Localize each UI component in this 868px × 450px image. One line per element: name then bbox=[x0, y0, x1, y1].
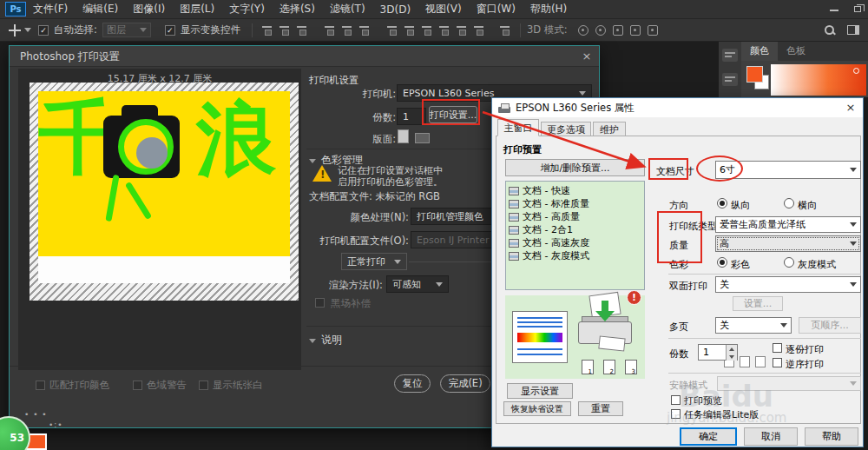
copies-stepper[interactable]: 1 bbox=[698, 344, 738, 361]
tab-color[interactable]: 颜色 bbox=[741, 42, 778, 61]
quality-dropdown[interactable]: 高 bbox=[715, 235, 861, 252]
distribute-bottom-edges-icon[interactable] bbox=[421, 24, 433, 36]
restore-defaults-button[interactable]: 恢复缺省设置 bbox=[503, 401, 571, 416]
search-icon[interactable] bbox=[824, 24, 835, 36]
3d-roll-icon[interactable] bbox=[595, 25, 606, 36]
preset-item[interactable]: 文档 - 标准质量 bbox=[509, 197, 644, 210]
menu-help[interactable]: 帮助(H) bbox=[530, 2, 567, 17]
preset-item[interactable]: 文档 - 高速灰度 bbox=[509, 236, 644, 249]
menu-type[interactable]: 文字(Y) bbox=[229, 2, 265, 17]
print-preview-checkbox[interactable] bbox=[671, 395, 681, 405]
distribute-horizontal-centers-icon[interactable] bbox=[456, 24, 468, 36]
align-right-edges-icon[interactable] bbox=[358, 24, 371, 36]
show-transform-checkbox[interactable]: ✓ bbox=[165, 25, 175, 36]
print-preview-panel: 15.17 厘米 x 12.7 厘米 千 浪 bbox=[18, 69, 301, 370]
add-remove-presets-button[interactable]: 增加/删除预置... bbox=[505, 159, 645, 176]
menu-view[interactable]: 视图(V) bbox=[425, 2, 462, 17]
page-icon: 2 bbox=[603, 360, 615, 374]
color-radio[interactable] bbox=[717, 257, 727, 268]
collate-checkbox[interactable] bbox=[773, 343, 782, 353]
ok-button[interactable]: 确定 bbox=[680, 427, 737, 446]
menu-3d[interactable]: 3D(D) bbox=[380, 3, 411, 16]
3d-scale-icon[interactable] bbox=[648, 25, 658, 36]
tab-main-window[interactable]: 主窗口 bbox=[497, 119, 539, 136]
restore-window-icon[interactable] bbox=[854, 5, 861, 14]
reset-button[interactable]: 重置 bbox=[578, 401, 623, 416]
description-header[interactable]: 说明 bbox=[309, 333, 342, 347]
job-arranger-checkbox[interactable] bbox=[671, 409, 681, 419]
3d-drag-icon[interactable] bbox=[613, 25, 623, 36]
help-button[interactable]: 帮助 bbox=[805, 427, 858, 446]
page-icon: 3 bbox=[625, 360, 637, 374]
layout-landscape-icon[interactable] bbox=[415, 133, 430, 143]
distribute-vertical-centers-icon[interactable] bbox=[404, 24, 416, 36]
menu-layer[interactable]: 图层(L) bbox=[180, 2, 214, 17]
ps-dialog-close-icon[interactable]: × bbox=[580, 50, 594, 63]
move-tool-icon[interactable] bbox=[9, 24, 21, 36]
preset-item[interactable]: 文档 - 2合1 bbox=[509, 223, 644, 236]
distribute-top-edges-icon[interactable] bbox=[386, 24, 398, 36]
grayscale-radio[interactable] bbox=[784, 257, 794, 268]
auto-select-target-dropdown[interactable]: 图层 bbox=[102, 23, 151, 37]
epson-dialog-titlebar: EPSON L360 Series 属性 bbox=[492, 98, 863, 117]
stepper-up-icon[interactable] bbox=[726, 345, 737, 353]
3d-slide-icon[interactable] bbox=[630, 25, 641, 36]
presets-list[interactable]: 文档 - 快速 文档 - 标准质量 文档 - 高质量 文档 - 2合1 文档 -… bbox=[505, 181, 645, 290]
align-left-edges-icon[interactable] bbox=[324, 24, 336, 36]
3d-rotate-icon[interactable] bbox=[578, 25, 589, 36]
stepper-down-icon[interactable] bbox=[726, 353, 737, 361]
tab-swatches[interactable]: 色板 bbox=[778, 42, 814, 61]
epson-dialog-close-icon[interactable]: × bbox=[844, 101, 858, 115]
distribute-left-edges-icon[interactable] bbox=[438, 24, 450, 36]
photoshop-logo-icon: Ps bbox=[5, 2, 26, 17]
chevron-down-icon[interactable] bbox=[24, 28, 31, 32]
toolbar-overflow-dots-icon: • • • bbox=[24, 410, 48, 419]
page-stack-icon bbox=[755, 356, 766, 367]
align-horizontal-centers-icon[interactable] bbox=[341, 24, 353, 36]
cancel-button[interactable]: 取消 bbox=[744, 427, 798, 446]
align-bottom-edges-icon[interactable] bbox=[296, 24, 308, 36]
color-picker-cursor[interactable] bbox=[853, 68, 859, 74]
align-vertical-centers-icon[interactable] bbox=[279, 24, 291, 36]
color-gradient-field[interactable] bbox=[771, 64, 866, 96]
tab-more-options[interactable]: 更多选项 bbox=[541, 122, 591, 136]
distribute-right-edges-icon[interactable] bbox=[473, 24, 485, 36]
properties-panel-icon[interactable] bbox=[722, 73, 738, 86]
preset-doc-icon bbox=[509, 252, 519, 261]
preset-item[interactable]: 文档 - 快速 bbox=[509, 184, 644, 197]
align-top-edges-icon[interactable] bbox=[261, 24, 273, 36]
tab-maintenance[interactable]: 维护 bbox=[593, 122, 626, 136]
layout-portrait-icon[interactable] bbox=[398, 129, 409, 143]
auto-align-layers-icon[interactable] bbox=[499, 24, 511, 36]
minimize-window-icon[interactable] bbox=[830, 5, 838, 14]
rendering-intent-label: 渲染方法(I): bbox=[313, 279, 383, 292]
paper-type-dropdown[interactable]: 爱普生高质量光泽纸 bbox=[715, 216, 861, 233]
workspace-panel-icon[interactable] bbox=[847, 25, 859, 35]
menu-select[interactable]: 选择(S) bbox=[279, 2, 315, 17]
auto-select-label: 自动选择: bbox=[54, 23, 97, 36]
menu-filter[interactable]: 滤镜(T) bbox=[330, 2, 365, 17]
menu-image[interactable]: 图像(I) bbox=[133, 2, 165, 17]
multipage-label: 多页 bbox=[669, 321, 688, 334]
rendering-intent-dropdown[interactable]: 可感知 bbox=[386, 275, 449, 293]
portrait-radio[interactable] bbox=[717, 198, 727, 208]
landscape-radio[interactable] bbox=[784, 198, 794, 208]
reset-button[interactable]: 复位 bbox=[394, 374, 431, 393]
auto-select-checkbox[interactable]: ✓ bbox=[38, 25, 49, 36]
foreground-color-swatch[interactable] bbox=[746, 66, 763, 83]
menu-edit[interactable]: 编辑(E) bbox=[82, 2, 118, 17]
chevron-down-icon bbox=[309, 339, 316, 343]
menu-bar: Ps 文件(F) 编辑(E) 图像(I) 图层(L) 文字(Y) 选择(S) 滤… bbox=[0, 0, 868, 19]
multipage-dropdown[interactable]: 关 bbox=[715, 317, 792, 334]
history-panel-icon[interactable] bbox=[722, 49, 738, 62]
preset-item[interactable]: 文档 - 灰度模式 bbox=[509, 249, 644, 262]
duplex-dropdown[interactable]: 关 bbox=[715, 276, 861, 293]
preset-doc-icon bbox=[509, 200, 519, 208]
menu-window[interactable]: 窗口(W) bbox=[477, 2, 516, 17]
reverse-order-checkbox[interactable] bbox=[773, 358, 782, 367]
menu-file[interactable]: 文件(F) bbox=[33, 2, 68, 17]
done-button[interactable]: 完成(E) bbox=[440, 374, 490, 393]
preset-item[interactable]: 文档 - 高质量 bbox=[509, 210, 644, 223]
show-settings-button[interactable]: 显示设置 bbox=[507, 383, 573, 399]
print-mode-dropdown[interactable]: 正常打印 bbox=[341, 253, 407, 270]
